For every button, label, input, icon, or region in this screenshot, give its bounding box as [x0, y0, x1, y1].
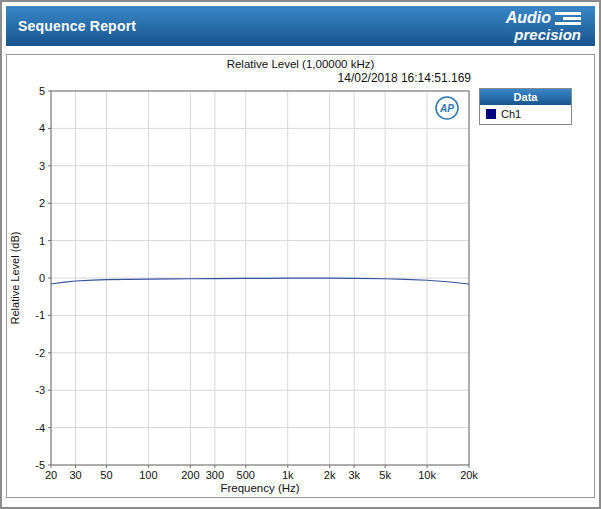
- logo-precision-text: precision: [514, 27, 581, 42]
- report-window: Sequence Report Audio precision Relative…: [0, 0, 601, 509]
- svg-text:4: 4: [39, 122, 45, 134]
- svg-text:20k: 20k: [460, 469, 478, 481]
- svg-text:2: 2: [39, 197, 45, 209]
- svg-text:5: 5: [39, 85, 45, 97]
- svg-text:5k: 5k: [379, 469, 391, 481]
- legend: Data Ch1: [479, 88, 572, 125]
- svg-text:Relative Level (dB): Relative Level (dB): [9, 232, 21, 325]
- chart-title: Relative Level (1,00000 kHz): [7, 58, 594, 71]
- svg-text:10k: 10k: [418, 469, 436, 481]
- legend-label: Ch1: [501, 108, 521, 120]
- report-area: Relative Level (1,00000 kHz) 14/02/2018 …: [6, 54, 595, 498]
- svg-text:100: 100: [139, 469, 157, 481]
- header: Sequence Report Audio precision: [6, 6, 595, 46]
- svg-text:1: 1: [39, 235, 45, 247]
- svg-text:30: 30: [69, 469, 81, 481]
- legend-swatch: [486, 109, 496, 119]
- svg-text:-1: -1: [35, 309, 45, 321]
- svg-text:20: 20: [45, 469, 57, 481]
- svg-text:-5: -5: [35, 459, 45, 471]
- legend-item[interactable]: Ch1: [480, 105, 571, 124]
- svg-text:1k: 1k: [282, 469, 294, 481]
- svg-text:3: 3: [39, 160, 45, 172]
- svg-text:-4: -4: [35, 422, 45, 434]
- svg-text:500: 500: [237, 469, 255, 481]
- svg-text:3k: 3k: [348, 469, 360, 481]
- audio-precision-logo: Audio precision: [506, 10, 581, 42]
- logo-audio-text: Audio: [506, 10, 551, 26]
- ap-watermark-icon: AP: [439, 103, 454, 114]
- equalizer-bars-icon: [555, 12, 581, 25]
- svg-text:-3: -3: [35, 384, 45, 396]
- svg-text:0: 0: [39, 272, 45, 284]
- svg-text:200: 200: [181, 469, 199, 481]
- svg-text:300: 300: [206, 469, 224, 481]
- svg-text:50: 50: [100, 469, 112, 481]
- legend-header: Data: [480, 89, 571, 105]
- chart-svg: 543210-1-2-3-4-52030501002003005001k2k3k…: [9, 85, 479, 495]
- page-title: Sequence Report: [18, 18, 136, 34]
- svg-text:-2: -2: [35, 347, 45, 359]
- svg-text:2k: 2k: [324, 469, 336, 481]
- svg-text:Frequency (Hz): Frequency (Hz): [220, 482, 299, 494]
- chart-timestamp: 14/02/2018 16:14:51.169: [7, 71, 477, 85]
